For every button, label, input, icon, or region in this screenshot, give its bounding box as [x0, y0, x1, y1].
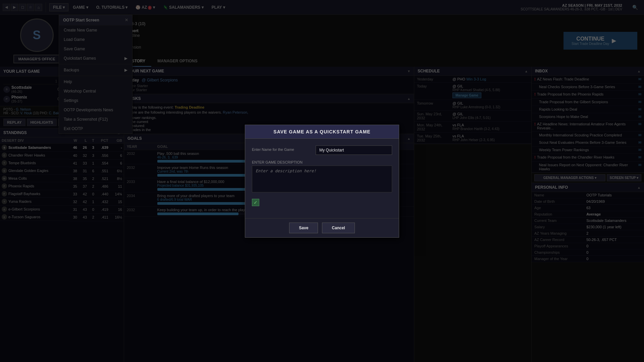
modal-desc-textarea[interactable]: [252, 166, 392, 192]
modal-footer: Save Cancel: [245, 218, 399, 237]
modal-desc-label: ENTER GAME DESCRIPTION: [252, 160, 392, 164]
modal-save-button[interactable]: Save: [289, 223, 318, 233]
modal-name-field-row: Enter Name for the Game: [252, 145, 392, 155]
modal-body: Enter Name for the Game ENTER GAME DESCR…: [245, 139, 399, 218]
modal-check-row: ✓: [252, 199, 392, 206]
modal-overlay: SAVE GAME AS A QUICKSTART GAME Enter Nam…: [0, 0, 644, 362]
modal-checkmark[interactable]: ✓: [252, 199, 259, 206]
modal-title: SAVE GAME AS A QUICKSTART GAME: [245, 125, 399, 139]
modal-name-label: Enter Name for the Game: [252, 147, 312, 152]
modal-name-input[interactable]: [316, 145, 392, 155]
modal-box: SAVE GAME AS A QUICKSTART GAME Enter Nam…: [245, 125, 399, 238]
modal-cancel-button[interactable]: Cancel: [322, 223, 355, 233]
modal-desc-field-row: ENTER GAME DESCRIPTION: [252, 160, 392, 193]
